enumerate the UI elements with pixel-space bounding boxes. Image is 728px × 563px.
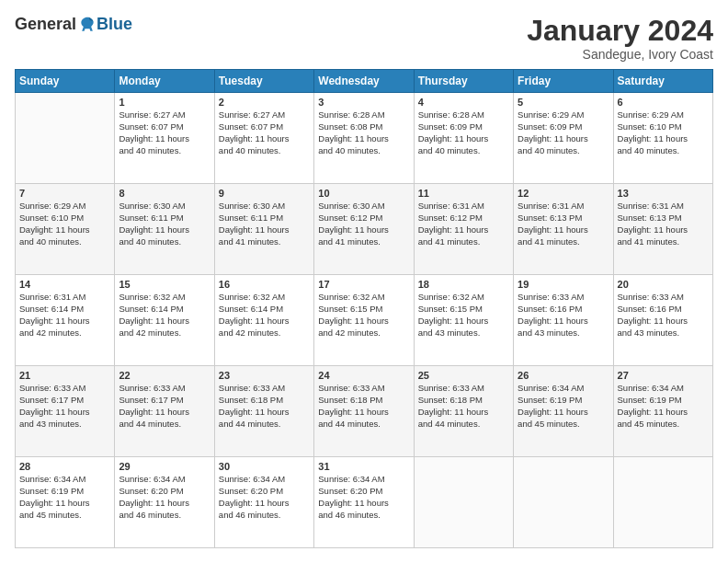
calendar-cell: 2Sunrise: 6:27 AMSunset: 6:07 PMDaylight…	[214, 93, 313, 184]
calendar-cell: 9Sunrise: 6:30 AMSunset: 6:11 PMDaylight…	[214, 184, 313, 275]
calendar-cell: 28Sunrise: 6:34 AMSunset: 6:19 PMDayligh…	[16, 457, 115, 548]
day-info: Sunrise: 6:33 AMSunset: 6:18 PMDaylight:…	[219, 383, 310, 430]
day-number: 20	[618, 278, 709, 291]
day-info: Sunrise: 6:32 AMSunset: 6:15 PMDaylight:…	[418, 292, 509, 339]
calendar-week-row: 14Sunrise: 6:31 AMSunset: 6:14 PMDayligh…	[16, 275, 713, 366]
day-number: 6	[618, 96, 709, 109]
calendar-cell: 31Sunrise: 6:34 AMSunset: 6:20 PMDayligh…	[314, 457, 414, 548]
day-number: 7	[19, 187, 110, 200]
day-info: Sunrise: 6:31 AMSunset: 6:12 PMDaylight:…	[418, 201, 509, 247]
day-info: Sunrise: 6:33 AMSunset: 6:17 PMDaylight:…	[119, 383, 210, 430]
day-info: Sunrise: 6:34 AMSunset: 6:19 PMDaylight:…	[19, 474, 110, 521]
calendar-cell	[514, 457, 613, 548]
calendar-cell: 11Sunrise: 6:31 AMSunset: 6:12 PMDayligh…	[414, 184, 513, 275]
day-number: 27	[618, 369, 709, 382]
calendar-cell: 27Sunrise: 6:34 AMSunset: 6:19 PMDayligh…	[613, 366, 712, 457]
day-info: Sunrise: 6:31 AMSunset: 6:13 PMDaylight:…	[518, 201, 609, 247]
calendar-cell: 19Sunrise: 6:33 AMSunset: 6:16 PMDayligh…	[514, 275, 613, 366]
calendar-cell: 30Sunrise: 6:34 AMSunset: 6:20 PMDayligh…	[214, 457, 313, 548]
day-info: Sunrise: 6:29 AMSunset: 6:09 PMDaylight:…	[518, 109, 609, 156]
day-info: Sunrise: 6:34 AMSunset: 6:19 PMDaylight:…	[618, 383, 709, 430]
calendar-cell: 18Sunrise: 6:32 AMSunset: 6:15 PMDayligh…	[414, 275, 513, 366]
title-block: January 2024 Sandegue, Ivory Coast	[527, 15, 713, 62]
day-number: 25	[418, 369, 509, 382]
calendar-day-header: Thursday	[414, 70, 513, 93]
calendar-cell: 23Sunrise: 6:33 AMSunset: 6:18 PMDayligh…	[214, 366, 313, 457]
calendar-cell: 24Sunrise: 6:33 AMSunset: 6:18 PMDayligh…	[314, 366, 414, 457]
calendar-cell: 3Sunrise: 6:28 AMSunset: 6:08 PMDaylight…	[314, 93, 414, 184]
calendar-day-header: Monday	[115, 70, 214, 93]
calendar-week-row: 7Sunrise: 6:29 AMSunset: 6:10 PMDaylight…	[16, 184, 713, 275]
calendar-day-header: Saturday	[613, 70, 712, 93]
day-number: 19	[518, 278, 609, 291]
day-info: Sunrise: 6:29 AMSunset: 6:10 PMDaylight:…	[19, 201, 110, 247]
day-number: 28	[19, 460, 110, 473]
calendar-cell	[16, 93, 115, 184]
calendar-week-row: 1Sunrise: 6:27 AMSunset: 6:07 PMDaylight…	[16, 93, 713, 184]
day-number: 24	[318, 369, 409, 382]
day-number: 12	[518, 187, 609, 200]
day-info: Sunrise: 6:27 AMSunset: 6:07 PMDaylight:…	[219, 109, 310, 156]
calendar-day-header: Tuesday	[214, 70, 313, 93]
day-number: 10	[318, 187, 409, 200]
calendar-cell: 29Sunrise: 6:34 AMSunset: 6:20 PMDayligh…	[115, 457, 214, 548]
day-info: Sunrise: 6:32 AMSunset: 6:15 PMDaylight:…	[318, 292, 409, 339]
day-number: 5	[518, 96, 609, 109]
month-year-title: January 2024	[527, 15, 713, 47]
calendar-day-header: Wednesday	[314, 70, 414, 93]
calendar-cell: 12Sunrise: 6:31 AMSunset: 6:13 PMDayligh…	[514, 184, 613, 275]
day-info: Sunrise: 6:29 AMSunset: 6:10 PMDaylight:…	[618, 109, 709, 156]
day-info: Sunrise: 6:28 AMSunset: 6:09 PMDaylight:…	[418, 109, 509, 156]
day-info: Sunrise: 6:33 AMSunset: 6:18 PMDaylight:…	[418, 383, 509, 430]
day-number: 17	[318, 278, 409, 291]
logo-bird-icon	[78, 16, 97, 34]
calendar-cell: 5Sunrise: 6:29 AMSunset: 6:09 PMDaylight…	[514, 93, 613, 184]
calendar-table: SundayMondayTuesdayWednesdayThursdayFrid…	[15, 69, 713, 548]
day-number: 8	[119, 187, 210, 200]
day-number: 2	[219, 96, 310, 109]
day-number: 1	[119, 96, 210, 109]
day-info: Sunrise: 6:32 AMSunset: 6:14 PMDaylight:…	[119, 292, 210, 339]
calendar-day-header: Friday	[514, 70, 613, 93]
calendar-cell: 1Sunrise: 6:27 AMSunset: 6:07 PMDaylight…	[115, 93, 214, 184]
day-info: Sunrise: 6:33 AMSunset: 6:18 PMDaylight:…	[318, 383, 409, 430]
calendar-header-row: SundayMondayTuesdayWednesdayThursdayFrid…	[16, 70, 713, 93]
day-number: 9	[219, 187, 310, 200]
calendar-cell: 10Sunrise: 6:30 AMSunset: 6:12 PMDayligh…	[314, 184, 414, 275]
calendar-cell: 15Sunrise: 6:32 AMSunset: 6:14 PMDayligh…	[115, 275, 214, 366]
day-info: Sunrise: 6:33 AMSunset: 6:17 PMDaylight:…	[19, 383, 110, 430]
day-number: 30	[219, 460, 310, 473]
calendar-cell: 17Sunrise: 6:32 AMSunset: 6:15 PMDayligh…	[314, 275, 414, 366]
day-number: 16	[219, 278, 310, 291]
day-number: 29	[119, 460, 210, 473]
location-subtitle: Sandegue, Ivory Coast	[527, 47, 713, 62]
calendar-cell: 26Sunrise: 6:34 AMSunset: 6:19 PMDayligh…	[514, 366, 613, 457]
day-info: Sunrise: 6:31 AMSunset: 6:14 PMDaylight:…	[19, 292, 110, 339]
calendar-cell: 21Sunrise: 6:33 AMSunset: 6:17 PMDayligh…	[16, 366, 115, 457]
day-info: Sunrise: 6:34 AMSunset: 6:20 PMDaylight:…	[219, 474, 310, 521]
day-info: Sunrise: 6:34 AMSunset: 6:20 PMDaylight:…	[119, 474, 210, 521]
calendar-cell: 6Sunrise: 6:29 AMSunset: 6:10 PMDaylight…	[613, 93, 712, 184]
day-number: 4	[418, 96, 509, 109]
day-info: Sunrise: 6:32 AMSunset: 6:14 PMDaylight:…	[219, 292, 310, 339]
calendar-cell: 7Sunrise: 6:29 AMSunset: 6:10 PMDaylight…	[16, 184, 115, 275]
calendar-day-header: Sunday	[16, 70, 115, 93]
logo-general-text: General	[15, 15, 76, 34]
day-number: 26	[518, 369, 609, 382]
day-number: 21	[19, 369, 110, 382]
day-number: 11	[418, 187, 509, 200]
day-info: Sunrise: 6:34 AMSunset: 6:20 PMDaylight:…	[318, 474, 409, 521]
calendar-cell: 13Sunrise: 6:31 AMSunset: 6:13 PMDayligh…	[613, 184, 712, 275]
logo: General Blue	[15, 15, 132, 34]
day-info: Sunrise: 6:30 AMSunset: 6:11 PMDaylight:…	[119, 201, 210, 247]
day-info: Sunrise: 6:30 AMSunset: 6:12 PMDaylight:…	[318, 201, 409, 247]
calendar-cell: 14Sunrise: 6:31 AMSunset: 6:14 PMDayligh…	[16, 275, 115, 366]
day-number: 31	[318, 460, 409, 473]
day-number: 22	[119, 369, 210, 382]
calendar-cell: 4Sunrise: 6:28 AMSunset: 6:09 PMDaylight…	[414, 93, 513, 184]
calendar-cell: 25Sunrise: 6:33 AMSunset: 6:18 PMDayligh…	[414, 366, 513, 457]
day-number: 23	[219, 369, 310, 382]
day-info: Sunrise: 6:34 AMSunset: 6:19 PMDaylight:…	[518, 383, 609, 430]
day-info: Sunrise: 6:33 AMSunset: 6:16 PMDaylight:…	[518, 292, 609, 339]
day-number: 3	[318, 96, 409, 109]
